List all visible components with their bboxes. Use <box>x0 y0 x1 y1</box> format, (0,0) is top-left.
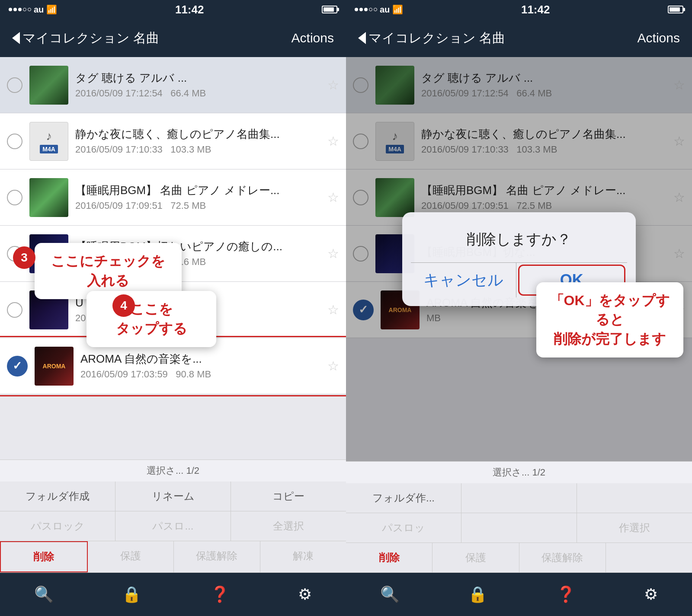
thumbnail: AROMA <box>35 347 74 386</box>
status-left: au 📶 <box>9 4 57 15</box>
star-icon[interactable]: ☆ <box>327 134 339 149</box>
left-panel: au 📶 11:42 マイコレクション 名曲 Actions タグ 聴ける アル… <box>0 0 346 616</box>
status-right-right <box>668 6 683 13</box>
help-icon[interactable]: ❓ <box>210 585 230 603</box>
annotation-bubble-4: ここをタップする <box>86 291 216 347</box>
star-icon[interactable]: ☆ <box>327 246 339 261</box>
star-icon[interactable]: ☆ <box>327 190 339 205</box>
file-list-left: タグ 聴ける アルバ ... 2016/05/09 17:12:54 66.4 … <box>0 57 346 460</box>
back-button-left[interactable]: マイコレクション 名曲 <box>12 29 159 47</box>
status-bar-right: au 📶 11:42 <box>346 0 692 19</box>
item-title: 静かな夜に聴く、癒しのピアノ名曲集... <box>75 127 320 142</box>
thumbnail <box>29 178 68 217</box>
carrier-label: au <box>34 5 44 15</box>
unzip-button-right[interactable] <box>606 543 692 572</box>
annotation-number-3: 3 <box>13 246 35 269</box>
annotation-number-4: 4 <box>112 294 135 317</box>
item-meta: 2016/05/09 17:10:33 103.3 MB <box>75 144 320 155</box>
item-meta: 2016/05/09 17:12:54 66.4 MB <box>75 88 320 99</box>
rename-button-right[interactable] <box>461 483 577 513</box>
button-divider <box>516 263 516 297</box>
item-meta: 2016/05/09 17:09:51 72.5 MB <box>75 200 320 211</box>
delete-button-left[interactable]: 削除 <box>0 541 88 572</box>
item-info: タグ 聴ける アルバ ... 2016/05/09 17:12:54 66.4 … <box>75 71 320 99</box>
dialog-overlay: 削除しますか？ キャンセル OK <box>346 57 692 461</box>
folder-create-button-right[interactable]: フォルダ作... <box>346 483 461 513</box>
copy-button-right[interactable] <box>577 483 692 513</box>
signal-icon <box>355 8 377 11</box>
toolbar-row-1: フォルダ作成 リネーム コピー <box>0 482 346 511</box>
list-item[interactable]: タグ 聴ける アルバ ... 2016/05/09 17:12:54 66.4 … <box>0 57 346 113</box>
checkbox-checked[interactable] <box>7 356 28 377</box>
pass-lock-button-right[interactable]: パスロッ <box>346 513 461 543</box>
copy-button[interactable]: コピー <box>231 482 346 511</box>
lock-icon-right[interactable]: 🔒 <box>468 585 487 603</box>
search-icon[interactable]: 🔍 <box>34 585 54 603</box>
nav-back-label-right: マイコレクション 名曲 <box>368 29 505 47</box>
toolbar-row-3-right: 削除 保護 保護解除 <box>346 543 692 573</box>
battery-icon <box>668 6 683 13</box>
time-display: 11:42 <box>175 3 204 16</box>
protect-button[interactable]: 保護 <box>88 541 174 572</box>
wifi-icon: 📶 <box>392 4 403 15</box>
star-icon[interactable]: ☆ <box>327 77 339 93</box>
star-icon[interactable]: ☆ <box>327 358 339 373</box>
unprotect-button-right[interactable]: 保護解除 <box>519 543 606 572</box>
search-icon-right[interactable]: 🔍 <box>380 585 400 603</box>
m4a-label: M4A <box>40 145 58 153</box>
radio-button[interactable] <box>7 302 22 318</box>
nav-back-label: マイコレクション 名曲 <box>22 29 159 47</box>
annotation-bubble-3: ここにチェックを入れる <box>35 243 182 299</box>
toolbar-row-1-right: フォルダ作... <box>346 483 692 513</box>
pass-button[interactable]: パスロ... <box>115 511 231 541</box>
folder-create-button[interactable]: フォルダ作成 <box>0 482 115 511</box>
select-all-button-right[interactable]: 作選択 <box>577 513 692 543</box>
list-item[interactable]: ♪ M4A 静かな夜に聴く、癒しのピアノ名曲集... 2016/05/09 17… <box>0 113 346 169</box>
chevron-left-icon <box>12 32 20 44</box>
back-button-right[interactable]: マイコレクション 名曲 <box>358 29 505 47</box>
item-title: AROMA 自然の音楽を... <box>80 352 320 367</box>
unzip-button[interactable]: 解凍 <box>260 541 346 572</box>
cancel-button[interactable]: キャンセル <box>411 263 516 297</box>
toolbar-row-2: パスロック パスロ... 全選択 <box>0 511 346 541</box>
select-all-button[interactable]: 全選択 <box>231 511 346 541</box>
toolbar-row-3: 削除 保護 保護解除 解凍 <box>0 541 346 573</box>
actions-button-left[interactable]: Actions <box>292 31 334 45</box>
item-info: AROMA 自然の音楽を... 2016/05/09 17:03:59 90.8… <box>80 352 320 380</box>
help-icon-right[interactable]: ❓ <box>556 585 576 603</box>
right-panel: au 📶 11:42 マイコレクション 名曲 Actions タグ 聴ける アル… <box>346 0 692 616</box>
settings-icon[interactable]: ⚙ <box>298 585 312 603</box>
file-list-right: タグ 聴ける アルバ ... 2016/05/09 17:12:54 66.4 … <box>346 57 692 461</box>
toolbar-info: 選択さ... 1/2 <box>0 460 346 482</box>
bottom-nav-left: 🔍 🔒 ❓ ⚙ <box>0 573 346 616</box>
radio-button[interactable] <box>7 134 22 149</box>
rename-button[interactable]: リネーム <box>115 482 231 511</box>
bottom-toolbar-right: 選択さ... 1/2 フォルダ作... パスロッ 作選択 削除 保護 保護解除 <box>346 461 692 573</box>
annotation-text-5: 「OK」をタップすると削除が完了します <box>548 291 671 349</box>
unprotect-button[interactable]: 保護解除 <box>174 541 260 572</box>
annotation-bubble-5: 「OK」をタップすると削除が完了します <box>536 282 683 357</box>
nav-bar-left: マイコレクション 名曲 Actions <box>0 19 346 57</box>
radio-button[interactable] <box>7 190 22 205</box>
bottom-toolbar-left: 選択さ... 1/2 フォルダ作成 リネーム コピー パスロック パスロ... … <box>0 460 346 573</box>
protect-button-right[interactable]: 保護 <box>432 543 519 572</box>
status-right <box>322 6 337 13</box>
signal-icon <box>9 8 31 11</box>
delete-button-right[interactable]: 削除 <box>346 543 432 572</box>
pass-lock-button[interactable]: パスロック <box>0 511 115 541</box>
item-info: 静かな夜に聴く、癒しのピアノ名曲集... 2016/05/09 17:10:33… <box>75 127 320 156</box>
status-bar-left: au 📶 11:42 <box>0 0 346 19</box>
toolbar-row-2-right: パスロッ 作選択 <box>346 513 692 543</box>
thumbnail <box>29 66 68 105</box>
item-meta: 2016/05/09 17:03:59 90.8 MB <box>80 369 320 380</box>
lock-icon[interactable]: 🔒 <box>122 585 141 603</box>
actions-button-right[interactable]: Actions <box>638 31 680 45</box>
list-item[interactable]: 【睡眠用BGM】 名曲 ピアノ メドレー... 2016/05/09 17:09… <box>0 169 346 226</box>
aroma-label: AROMA <box>43 363 66 370</box>
star-icon[interactable]: ☆ <box>327 302 339 317</box>
bottom-nav-right: 🔍 🔒 ❓ ⚙ <box>346 573 692 616</box>
settings-icon-right[interactable]: ⚙ <box>644 585 658 603</box>
pass-button-right[interactable] <box>461 513 577 543</box>
radio-button[interactable] <box>7 77 22 93</box>
annotation-text-3: ここにチェックを入れる <box>47 252 170 290</box>
